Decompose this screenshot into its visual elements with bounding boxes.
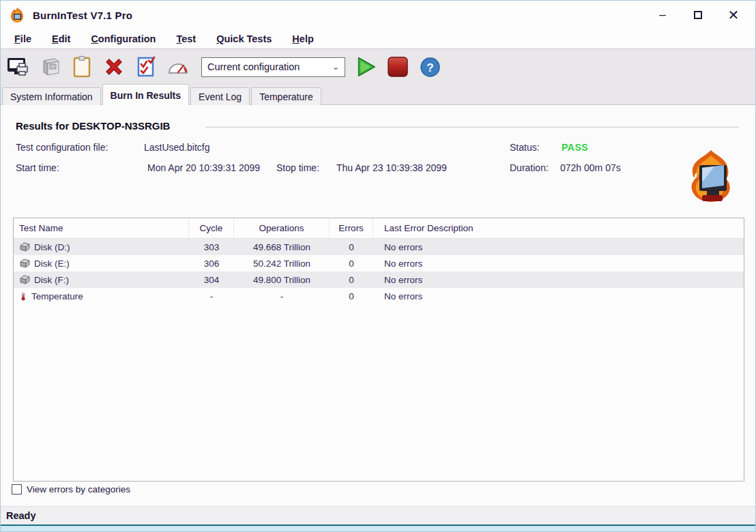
test-selection-checklist-icon [134,55,158,78]
cell-cycle: - [189,291,234,301]
stop-time-value: Thu Apr 23 10:39:38 2099 [336,162,447,173]
cell-last-error: No errors [373,242,744,252]
stop-tests-button[interactable] [386,55,409,78]
cell-errors: 0 [330,291,373,301]
print-report-button[interactable] [6,55,29,78]
close-button[interactable]: ✕ [716,1,751,29]
stop-icon [387,56,409,78]
clear-results-button[interactable] [102,55,126,78]
cell-cycle: 304 [189,275,234,285]
clear-results-x-icon [102,55,126,78]
configuration-select[interactable]: Current configuration ⌄ [201,57,345,77]
thermometer-icon [19,291,28,301]
cell-operations: 49.668 Trillion [234,242,330,252]
disk-icon [19,275,31,285]
tab-burn-in-results[interactable]: Burn In Results [102,84,189,105]
table-row[interactable]: Disk (F:) 304 49.800 Trillion 0 No error… [14,271,744,288]
cell-errors: 0 [330,258,373,269]
duration-label: Duration: [510,162,549,173]
test-selection-button[interactable] [134,55,158,78]
clipboard-button[interactable] [70,55,93,78]
view-errors-checkbox-row: View errors by categories [12,484,130,494]
view-errors-checkbox[interactable] [12,484,22,494]
burning-monitor-logo [684,149,738,203]
tab-temperature[interactable]: Temperature [251,87,321,105]
print-report-icon [6,55,29,78]
tab-event-log[interactable]: Event Log [190,87,250,105]
cell-last-error: No errors [373,275,744,285]
disk-icon [19,258,31,269]
app-flame-icon [9,7,25,23]
table-row[interactable]: Temperature - - 0 No errors [14,288,744,304]
cell-test-name: Disk (F:) [34,275,69,285]
play-icon [354,55,377,79]
svg-text:?: ? [426,61,433,74]
header-last-error[interactable]: Last Error Description [373,218,744,238]
menu-edit[interactable]: Edit [45,33,77,44]
results-heading: Results for DESKTOP-N3SRGIB [16,120,170,132]
start-tests-button[interactable] [354,55,377,78]
status-bar: Ready [1,506,755,526]
menu-help[interactable]: Help [285,33,320,44]
config-file-value: LastUsed.bitcfg [144,142,210,153]
gauge-button[interactable] [166,55,190,78]
table-row[interactable]: Disk (D:) 303 49.668 Trillion 0 No error… [14,239,744,255]
menu-file[interactable]: File [8,33,38,44]
duration-value: 072h 00m 07s [560,162,621,173]
cell-operations: 49.800 Trillion [234,275,330,285]
help-question-icon: ? [420,57,441,78]
start-time-value: Mon Apr 20 10:39:31 2099 [147,162,260,173]
toolbar: Current configuration ⌄ ? [1,49,755,85]
maximize-icon [694,11,702,19]
start-time-label: Start time: [16,162,59,173]
menu-quick-tests[interactable]: Quick Tests [209,33,278,44]
cell-test-name: Disk (E:) [34,258,70,269]
status-value: PASS [562,142,588,153]
cell-test-name: Temperature [31,291,83,301]
disk-icon [19,242,31,252]
menu-bar: File Edit Configuration Test Quick Tests… [1,29,755,49]
clipboard-icon [70,55,93,78]
header-cycle[interactable]: Cycle [189,218,234,238]
system-summary-button[interactable] [38,55,61,78]
title-bar: BurnInTest V7.1 Pro – ✕ [1,1,755,29]
status-bar-text: Ready [6,510,36,521]
cell-cycle: 306 [189,258,234,269]
chevron-down-icon: ⌄ [332,62,339,72]
header-test-name[interactable]: Test Name [14,218,189,238]
burn-in-results-panel: Results for DESKTOP-N3SRGIB Test configu… [1,105,755,506]
view-errors-checkbox-label: View errors by categories [27,484,130,494]
app-window: BurnInTest V7.1 Pro – ✕ File Edit Config… [0,0,756,532]
cell-test-name: Disk (D:) [34,242,70,252]
gauge-icon [166,55,190,78]
header-errors[interactable]: Errors [330,218,373,238]
header-operations[interactable]: Operations [234,218,330,238]
cell-cycle: 303 [189,242,234,252]
config-file-label: Test configuration file: [16,142,108,153]
table-header-row: Test Name Cycle Operations Errors Last E… [14,218,744,239]
stop-time-label: Stop time: [276,162,319,173]
window-bottom-border [1,526,755,531]
tab-strip: System Information Burn In Results Event… [1,85,755,105]
system-summary-icon [38,55,61,78]
minimize-button[interactable]: – [645,1,680,29]
cell-errors: 0 [330,275,373,285]
configuration-select-value: Current configuration [207,61,332,72]
cell-errors: 0 [330,242,373,252]
menu-configuration[interactable]: Configuration [84,33,162,44]
tab-system-information[interactable]: System Information [2,87,101,105]
cell-operations: - [234,291,330,301]
cell-operations: 50.242 Trillion [234,258,330,269]
heading-rule [205,127,739,128]
table-row[interactable]: Disk (E:) 306 50.242 Trillion 0 No error… [14,255,744,271]
cell-last-error: No errors [373,291,744,301]
menu-test[interactable]: Test [169,33,203,44]
results-table: Test Name Cycle Operations Errors Last E… [13,218,744,482]
status-label: Status: [510,142,540,153]
maximize-button[interactable] [680,1,716,29]
cell-last-error: No errors [373,258,744,269]
help-button[interactable]: ? [418,55,441,78]
window-title: BurnInTest V7.1 Pro [33,10,132,21]
window-controls: – ✕ [645,1,755,29]
